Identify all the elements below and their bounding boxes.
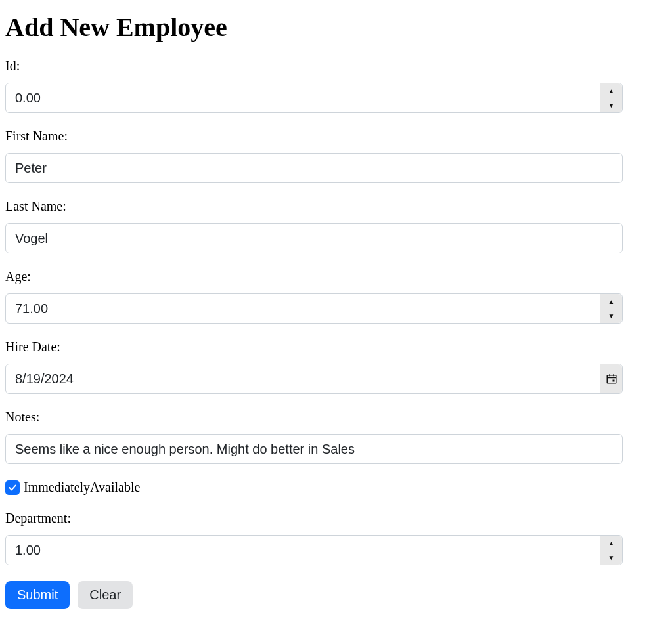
id-input-wrap: 0.00 ▲ ▼: [5, 83, 623, 113]
age-spinner: ▲ ▼: [600, 294, 622, 323]
hire-date-input[interactable]: 8/19/2024: [6, 372, 600, 387]
hire-date-label: Hire Date:: [5, 339, 623, 354]
department-label: Department:: [5, 511, 623, 526]
add-employee-form: Add New Employee Id: 0.00 ▲ ▼ First Name…: [5, 12, 623, 609]
field-age: Age: 71.00 ▲ ▼: [5, 269, 623, 324]
department-step-down-icon[interactable]: ▼: [600, 550, 622, 565]
clear-button[interactable]: Clear: [78, 581, 133, 609]
first-name-input[interactable]: Peter: [6, 161, 622, 176]
id-label: Id:: [5, 58, 623, 74]
svg-rect-0: [607, 375, 616, 383]
field-id: Id: 0.00 ▲ ▼: [5, 58, 623, 113]
age-label: Age:: [5, 269, 623, 284]
field-first-name: First Name: Peter: [5, 129, 623, 183]
field-immediately-available: ImmediatelyAvailable: [5, 480, 623, 495]
check-icon: [7, 482, 18, 493]
id-input[interactable]: 0.00: [6, 91, 600, 106]
calendar-button[interactable]: [600, 364, 622, 393]
field-last-name: Last Name: Vogel: [5, 199, 623, 253]
page-title: Add New Employee: [5, 12, 623, 43]
first-name-label: First Name:: [5, 129, 623, 144]
first-name-input-wrap: Peter: [5, 153, 623, 183]
department-spinner: ▲ ▼: [600, 536, 622, 565]
notes-label: Notes:: [5, 410, 623, 425]
field-notes: Notes: Seems like a nice enough person. …: [5, 410, 623, 464]
hire-date-input-wrap: 8/19/2024: [5, 364, 623, 394]
department-step-up-icon[interactable]: ▲: [600, 536, 622, 550]
last-name-input-wrap: Vogel: [5, 223, 623, 253]
department-input[interactable]: 1.00: [6, 543, 600, 558]
immediately-available-checkbox[interactable]: [5, 480, 20, 495]
age-input[interactable]: 71.00: [6, 301, 600, 316]
age-input-wrap: 71.00 ▲ ▼: [5, 293, 623, 324]
department-input-wrap: 1.00 ▲ ▼: [5, 535, 623, 565]
immediately-available-label: ImmediatelyAvailable: [24, 480, 140, 495]
age-step-down-icon[interactable]: ▼: [600, 309, 622, 323]
last-name-input[interactable]: Vogel: [6, 231, 622, 246]
last-name-label: Last Name:: [5, 199, 623, 214]
field-department: Department: 1.00 ▲ ▼: [5, 511, 623, 565]
id-step-down-icon[interactable]: ▼: [600, 98, 622, 112]
id-spinner: ▲ ▼: [600, 83, 622, 112]
notes-input[interactable]: Seems like a nice enough person. Might d…: [6, 442, 622, 457]
age-step-up-icon[interactable]: ▲: [600, 294, 622, 309]
form-buttons: Submit Clear: [5, 581, 623, 609]
id-step-up-icon[interactable]: ▲: [600, 83, 622, 98]
svg-rect-4: [612, 380, 614, 382]
calendar-icon: [606, 373, 617, 385]
submit-button[interactable]: Submit: [5, 581, 70, 609]
notes-input-wrap: Seems like a nice enough person. Might d…: [5, 434, 623, 464]
field-hire-date: Hire Date: 8/19/2024: [5, 339, 623, 394]
